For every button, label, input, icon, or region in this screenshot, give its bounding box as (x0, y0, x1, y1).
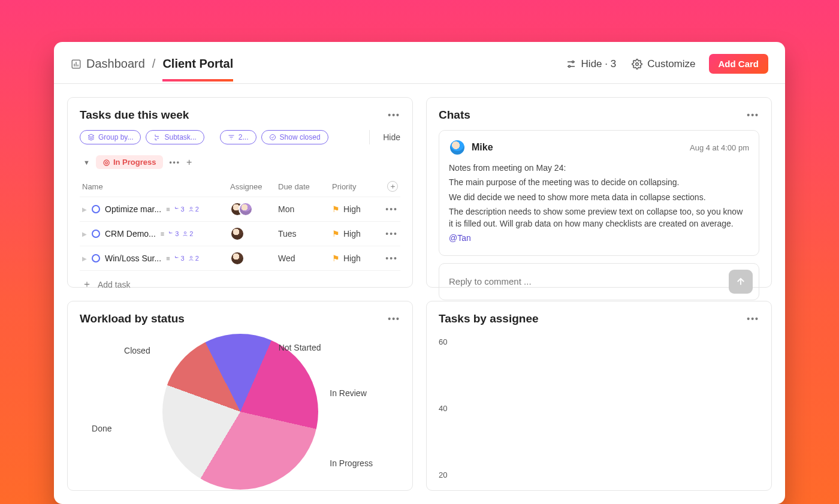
svg-point-4 (270, 135, 275, 140)
expand-icon[interactable]: ▶ (82, 231, 87, 237)
dashboard-icon (71, 59, 82, 70)
breadcrumb-current[interactable]: Client Portal (162, 57, 233, 71)
description-icon: ≡ (161, 230, 164, 237)
col-due: Due date (278, 182, 332, 191)
chat-line: The description needs to show some previ… (449, 206, 749, 230)
table-row[interactable]: ▶ Win/Loss Sur... ≡ 3 2 Wed ⚑High ••• (80, 246, 400, 271)
y-tick: 60 (439, 337, 447, 346)
chat-timestamp: Aug 4 at 4:00 pm (690, 143, 749, 152)
avatar (230, 251, 245, 265)
gear-icon (632, 59, 642, 70)
expand-icon[interactable]: ▶ (82, 206, 87, 213)
hide-cards-label: Hide · 3 (581, 58, 617, 70)
status-circle-icon[interactable] (92, 205, 100, 213)
customize-label: Customize (647, 58, 695, 70)
filter-count-chip[interactable]: 2... (220, 130, 256, 144)
pie-label: Not Started (279, 343, 321, 352)
status-circle-icon[interactable] (92, 254, 100, 262)
show-closed-chip[interactable]: Show closed (261, 130, 328, 144)
add-status-button[interactable]: + (186, 157, 192, 168)
description-icon: ≡ (166, 255, 170, 262)
svg-point-5 (190, 207, 192, 209)
card-title: Workload by status (80, 312, 185, 325)
svg-point-1 (572, 61, 574, 62)
chevron-down-icon: ▼ (83, 159, 90, 166)
subtask-icon (153, 134, 161, 141)
group-by-label: Group by... (98, 133, 133, 141)
priority-cell: ⚑High (332, 229, 380, 239)
arrow-up-icon (735, 276, 746, 287)
add-card-button[interactable]: Add Card (709, 54, 769, 74)
breadcrumb-root[interactable]: Dashboard (71, 57, 145, 71)
due-date: Mon (278, 204, 332, 214)
watcher-count: 2 (188, 206, 199, 213)
card-grid: Tasks due this week ••• Group by... Subt… (54, 84, 785, 504)
card-more-button[interactable]: ••• (388, 110, 400, 120)
subtask-count: 3 (174, 255, 185, 262)
hide-filters-button[interactable]: Hide (383, 132, 400, 142)
tasks-due-card: Tasks due this week ••• Group by... Subt… (67, 97, 413, 288)
table-row[interactable]: ▶ Optimize mar... ≡ 3 2 Mon ⚑High ••• (80, 197, 400, 222)
card-more-button[interactable]: ••• (747, 314, 759, 324)
add-column-button[interactable]: ＋ (387, 181, 398, 192)
add-task-label: Add task (98, 280, 130, 289)
assignee-card: Tasks by assignee ••• 604020 (426, 301, 772, 491)
card-more-button[interactable]: ••• (747, 110, 759, 120)
chats-card: Chats ••• Mike Aug 4 at 4:00 pm Notes fr… (426, 97, 772, 288)
filter-count-label: 2... (239, 133, 249, 141)
row-more-button[interactable]: ••• (385, 204, 398, 214)
status-more-button[interactable]: ••• (169, 158, 180, 167)
task-title: Win/Loss Sur... (105, 253, 161, 263)
hide-cards-button[interactable]: Hide · 3 (566, 58, 617, 70)
show-closed-label: Show closed (280, 133, 321, 141)
sliders-icon (566, 59, 577, 70)
chat-author: Mike (472, 142, 493, 153)
layers-icon (87, 134, 95, 141)
chat-message: Mike Aug 4 at 4:00 pm Notes from meeting… (439, 130, 759, 256)
assignee-cell[interactable] (230, 251, 278, 265)
avatar (230, 227, 245, 241)
svg-point-2 (568, 65, 570, 67)
subtasks-chip[interactable]: Subtask... (146, 130, 204, 144)
check-circle-icon (269, 134, 276, 141)
svg-point-7 (190, 256, 192, 258)
plus-icon: ＋ (82, 278, 92, 291)
avatar (239, 202, 253, 216)
assignee-cell[interactable] (230, 227, 278, 241)
mention-link[interactable]: @Tan (449, 233, 471, 243)
card-title: Chats (439, 108, 470, 122)
col-name: Name (82, 182, 230, 191)
customize-button[interactable]: Customize (632, 58, 695, 70)
card-more-button[interactable]: ••• (388, 314, 400, 324)
task-table: Name Assignee Due date Priority ＋ ▶ Opti… (80, 176, 400, 298)
pie-chart: ClosedNot StartedIn ReviewIn ProgressDon… (80, 334, 400, 490)
workload-card: Workload by status ••• ClosedNot Started… (67, 301, 413, 491)
watcher-count: 2 (182, 230, 193, 237)
pie-label: In Progress (330, 458, 373, 468)
pie-label: Done (92, 424, 111, 433)
subtask-count: 3 (168, 230, 179, 237)
top-bar: Dashboard / Client Portal Hide · 3 Custo… (54, 42, 785, 84)
send-button[interactable] (729, 270, 753, 294)
assignee-cell[interactable] (230, 202, 278, 216)
task-title: CRM Demo... (105, 229, 156, 239)
row-more-button[interactable]: ••• (385, 229, 398, 239)
priority-cell: ⚑High (332, 204, 380, 214)
y-tick: 40 (439, 404, 447, 413)
bar-chart: 604020 (439, 334, 759, 480)
group-by-chip[interactable]: Group by... (80, 130, 141, 144)
subtasks-label: Subtask... (164, 133, 196, 141)
status-group-header[interactable]: ▼ In Progress ••• + (80, 153, 400, 176)
add-task-button[interactable]: ＋ Add task (80, 271, 400, 298)
reply-input[interactable] (449, 276, 729, 286)
table-header: Name Assignee Due date Priority ＋ (80, 176, 400, 197)
table-row[interactable]: ▶ CRM Demo... ≡ 3 2 Tues ⚑High ••• (80, 222, 400, 246)
col-priority: Priority (332, 182, 380, 191)
chat-line: The main purpose of the meeting was to d… (449, 176, 749, 188)
flag-icon: ⚑ (332, 229, 340, 239)
status-circle-icon[interactable] (92, 230, 100, 238)
filter-icon (228, 134, 235, 141)
row-more-button[interactable]: ••• (385, 253, 398, 263)
expand-icon[interactable]: ▶ (82, 255, 87, 262)
pie-label: In Review (330, 388, 366, 398)
